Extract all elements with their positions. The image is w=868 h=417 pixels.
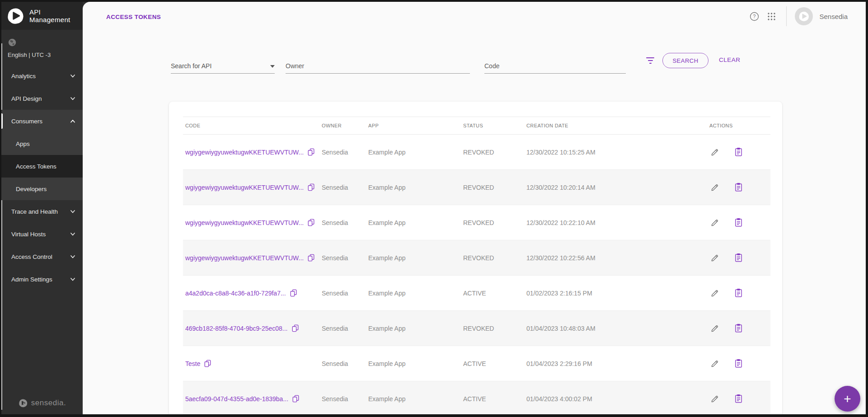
token-code-link[interactable]: a4a2d0ca-c8a8-4c36-a1f0-729fa7... — [185, 289, 322, 297]
table-row: wgiygewiygyuwektugwKKETUEWVTUW... Sensed… — [183, 205, 770, 240]
sidebar-item-consumers[interactable]: Consumers — [1, 110, 83, 132]
token-code-text: wgiygewiygyuwektugwKKETUEWVTUW... — [185, 149, 304, 156]
sensedia-footer-logo-icon — [18, 398, 28, 408]
edit-token-button[interactable] — [709, 147, 720, 158]
col-header-status: STATUS — [463, 123, 526, 128]
sidebar-item-analytics[interactable]: Analytics — [1, 65, 83, 87]
clipboard-icon — [734, 147, 743, 157]
active-indicator — [1, 113, 3, 129]
edit-token-button[interactable] — [709, 182, 720, 193]
chevron-down-icon — [70, 254, 75, 259]
copy-icon[interactable] — [308, 148, 314, 156]
copy-token-details-button[interactable] — [733, 323, 744, 334]
token-owner: Sensedia — [322, 219, 368, 226]
token-code-text: 5aecfa09-047d-4355-ad0e-1839ba... — [185, 395, 288, 403]
sidebar-item-access-control[interactable]: Access Control — [1, 245, 83, 268]
svg-text:?: ? — [753, 14, 756, 19]
copy-icon[interactable] — [308, 254, 314, 262]
token-code-link[interactable]: wgiygewiygyuwektugwKKETUEWVTUW... — [185, 219, 322, 226]
edit-token-button[interactable] — [709, 323, 720, 334]
sidebar-item-label: Access Control — [11, 253, 52, 260]
copy-token-details-button[interactable] — [733, 394, 744, 404]
main-content: ACCESS TOKENS ? Sensedia — [83, 2, 866, 414]
edit-token-button[interactable] — [709, 253, 720, 263]
token-status: REVOKED — [463, 149, 526, 156]
code-input[interactable] — [484, 62, 626, 70]
copy-token-details-button[interactable] — [733, 217, 744, 228]
copy-token-details-button[interactable] — [733, 253, 744, 263]
col-header-actions: ACTIONS — [709, 123, 768, 128]
edit-token-button[interactable] — [709, 394, 720, 404]
token-code-link[interactable]: Teste — [185, 360, 322, 367]
apps-grid-button[interactable] — [763, 8, 780, 25]
sidebar-item-access-tokens[interactable]: Access Tokens — [1, 155, 83, 178]
advanced-filter-button[interactable] — [644, 54, 657, 67]
pencil-icon — [710, 148, 719, 157]
copy-token-details-button[interactable] — [733, 147, 744, 158]
copy-token-details-button[interactable] — [733, 182, 744, 193]
owner-field-wrap — [286, 53, 470, 74]
tokens-table: CODE OWNER APP STATUS CREATION DATE ACTI… — [183, 117, 770, 414]
token-code-link[interactable]: wgiygewiygyuwektugwKKETUEWVTUW... — [185, 183, 322, 191]
sidebar-item-label: Consumers — [11, 118, 42, 125]
copy-icon[interactable] — [292, 395, 299, 403]
sidebar-item-api-design[interactable]: API Design — [1, 87, 83, 110]
copy-icon[interactable] — [308, 219, 314, 226]
sensedia-logo-icon — [6, 6, 25, 25]
token-status: ACTIVE — [463, 290, 526, 297]
token-code-link[interactable]: 5aecfa09-047d-4355-ad0e-1839ba... — [185, 395, 322, 403]
clipboard-icon — [734, 323, 743, 333]
copy-token-details-button[interactable] — [733, 358, 744, 369]
token-code-link[interactable]: 469cb182-85f8-4704-9bc9-25ec08... — [185, 324, 322, 332]
sidebar-item-admin-settings[interactable]: Admin Settings — [1, 268, 83, 290]
table-row: wgiygewiygyuwektugwKKETUEWVTUW... Sensed… — [183, 170, 770, 205]
copy-icon[interactable] — [292, 324, 299, 332]
chevron-up-icon — [70, 118, 75, 124]
sidebar-item-apps[interactable]: Apps — [1, 132, 83, 155]
sidebar-item-developers[interactable]: Developers — [1, 178, 83, 200]
add-token-fab[interactable]: + — [835, 386, 860, 412]
clipboard-icon — [734, 359, 743, 368]
owner-input[interactable] — [286, 62, 470, 70]
table-row: 5aecfa09-047d-4355-ad0e-1839ba... Sensed… — [183, 381, 770, 414]
pencil-icon — [710, 394, 719, 403]
user-avatar[interactable] — [795, 7, 813, 25]
edit-token-button[interactable] — [709, 288, 720, 299]
clear-button[interactable]: CLEAR — [719, 56, 741, 63]
copy-icon[interactable] — [308, 183, 314, 191]
sidebar-item-label: Virtual Hosts — [11, 231, 46, 238]
token-app: Example App — [368, 149, 463, 156]
sidebar-item-trace-and-health[interactable]: Trace and Health — [1, 200, 83, 223]
token-code-text: wgiygewiygyuwektugwKKETUEWVTUW... — [185, 184, 304, 191]
token-code-text: Teste — [185, 360, 200, 367]
token-code-link[interactable]: wgiygewiygyuwektugwKKETUEWVTUW... — [185, 148, 322, 156]
api-select[interactable]: Search for API — [171, 53, 275, 74]
sidebar-item-virtual-hosts[interactable]: Virtual Hosts — [1, 223, 83, 245]
token-app: Example App — [368, 219, 463, 226]
edit-token-button[interactable] — [709, 217, 720, 228]
token-owner: Sensedia — [322, 395, 368, 403]
table-header-row: CODE OWNER APP STATUS CREATION DATE ACTI… — [183, 117, 770, 135]
token-code-text: a4a2d0ca-c8a8-4c36-a1f0-729fa7... — [185, 290, 286, 297]
sidebar-item-label: API Design — [11, 95, 42, 102]
chevron-down-icon — [70, 231, 75, 237]
sidebar: API Management English | UTC -3 Analytic… — [1, 2, 90, 414]
topbar-divider — [786, 6, 787, 26]
edit-token-button[interactable] — [709, 358, 720, 369]
token-owner: Sensedia — [322, 184, 368, 191]
copy-token-details-button[interactable] — [733, 288, 744, 299]
copy-icon[interactable] — [290, 289, 297, 297]
locale-switcher[interactable]: English | UTC -3 — [1, 30, 83, 61]
chevron-down-icon — [70, 209, 75, 214]
locale-label: English | UTC -3 — [8, 52, 83, 58]
sidebar-nav: Analytics API Design Consumers — [1, 65, 83, 290]
copy-icon[interactable] — [204, 360, 211, 367]
chevron-down-icon — [70, 96, 75, 101]
chevron-down-icon — [70, 73, 75, 79]
token-code-link[interactable]: wgiygewiygyuwektugwKKETUEWVTUW... — [185, 254, 322, 262]
token-app: Example App — [368, 290, 463, 297]
pencil-icon — [710, 218, 719, 227]
api-select-value: Search for API — [171, 62, 211, 70]
help-button[interactable]: ? — [746, 8, 763, 25]
search-button[interactable]: SEARCH — [662, 53, 708, 68]
